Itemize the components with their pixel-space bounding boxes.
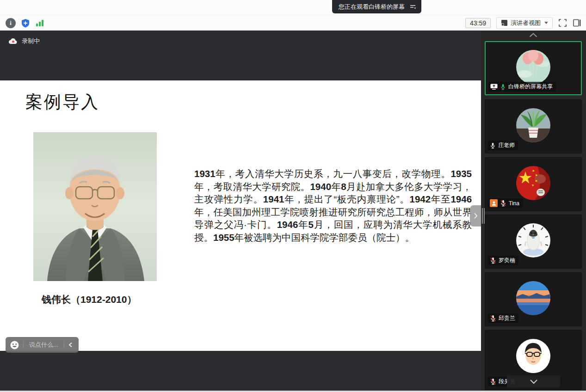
mic-muted-icon <box>500 200 506 207</box>
participant-tile-qiuguilan[interactable]: 邱贵兰 <box>485 272 582 326</box>
participant-name: 罗奕楠 <box>499 257 515 264</box>
slide-paragraph: 1931年，考入清华大学历史系，九一八事变后，改学物理。1935年，考取清华大学… <box>194 167 472 244</box>
fullscreen-icon[interactable] <box>558 18 567 27</box>
participant-name: 庄老师 <box>498 141 515 149</box>
view-selector-label: 演讲者视图 <box>511 19 541 27</box>
participant-name: Tina <box>509 200 519 207</box>
recording-indicator: 录制中 <box>8 37 40 45</box>
participants-panel: 白锋桥的屏幕共享 <box>481 31 586 391</box>
watching-banner-text: 您正在观看白锋桥的屏幕 <box>339 3 405 11</box>
shared-screen-area: 录制中 案例导入 <box>0 31 481 391</box>
participant-tile-tina[interactable]: Tina <box>485 157 582 211</box>
qian-weichang-portrait-photo <box>33 132 157 281</box>
chat-collapse-icon[interactable] <box>64 342 77 348</box>
scroll-up-icon[interactable] <box>529 32 538 38</box>
security-shield-icon[interactable] <box>20 18 31 28</box>
avatar <box>516 281 550 315</box>
panel-resize-handle[interactable] <box>482 208 485 224</box>
recording-label: 录制中 <box>22 37 40 45</box>
avatar <box>516 108 550 142</box>
mic-muted-icon <box>490 315 496 322</box>
participant-name-pill: 庄老师 <box>488 141 518 150</box>
side-panel-icon[interactable] <box>573 18 581 27</box>
panel-collapse-tab[interactable] <box>470 205 481 227</box>
participant-name: 白锋桥的屏幕共享 <box>508 83 553 91</box>
participant-tile-baifengqiao-share[interactable]: 白锋桥的屏幕共享 <box>485 41 582 95</box>
meeting-timer: 43:59 <box>465 18 491 28</box>
participant-name-pill: Tina <box>488 198 523 208</box>
slide-title: 案例导入 <box>25 91 99 114</box>
participant-name-pill: 邱贵兰 <box>488 313 518 323</box>
screen-share-icon <box>490 84 498 90</box>
meeting-window: i 43:59 <box>0 0 586 392</box>
view-selector[interactable]: 演讲者视图 <box>496 17 553 29</box>
chat-input-placeholder[interactable]: 说点什么... <box>24 341 64 349</box>
presentation-slide: 案例导入 <box>0 80 481 351</box>
chat-quick-bar: 说点什么... <box>6 337 79 353</box>
cloud-recording-icon <box>8 38 18 45</box>
participant-tile-zhuanglaoshi[interactable]: 庄老师 <box>485 99 582 153</box>
mic-muted-icon <box>490 257 496 264</box>
mic-on-icon <box>490 142 496 149</box>
avatar <box>516 50 550 84</box>
participant-name-pill: 罗奕楠 <box>488 256 518 265</box>
avatar <box>516 223 550 257</box>
banner-menu-icon[interactable] <box>409 4 417 10</box>
avatar <box>516 339 550 373</box>
chevron-down-icon <box>544 22 548 24</box>
top-toolbar: i 43:59 <box>0 0 586 31</box>
portrait-caption: 钱伟长（1912-2010） <box>42 293 136 306</box>
participant-name: 邱贵兰 <box>499 314 515 322</box>
emoji-icon[interactable] <box>10 341 19 349</box>
participant-tile-luoyinan[interactable]: 罗奕楠 <box>485 214 582 269</box>
participant-name-pill: 白锋桥的屏幕共享 <box>488 82 556 92</box>
scroll-down-button[interactable] <box>507 375 560 387</box>
mic-on-icon <box>500 84 506 90</box>
mic-muted-icon <box>490 378 496 385</box>
network-signal-icon[interactable] <box>35 19 44 27</box>
meeting-info-icon[interactable]: i <box>6 18 16 28</box>
profile-badge-icon <box>490 199 498 207</box>
speaker-view-icon <box>501 19 508 26</box>
avatar <box>516 166 550 200</box>
watching-banner: 您正在观看白锋桥的屏幕 <box>332 0 421 13</box>
